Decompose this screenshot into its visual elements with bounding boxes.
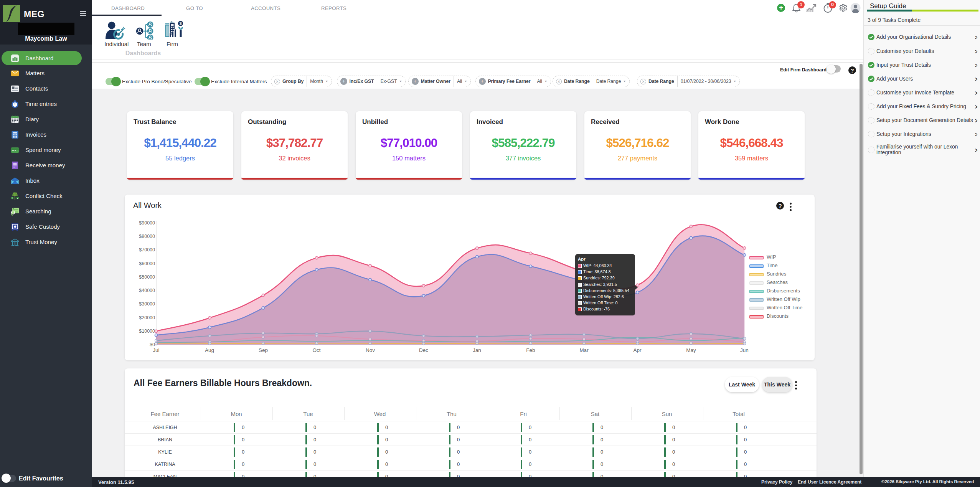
svg-text:$80000: $80000 — [139, 234, 155, 239]
svg-text:Sep: Sep — [259, 347, 268, 353]
svg-text:$40000: $40000 — [139, 288, 155, 293]
svg-text:$10000: $10000 — [139, 329, 155, 334]
svg-text:$70000: $70000 — [139, 247, 155, 253]
svg-text:$: $ — [180, 21, 182, 26]
svg-text:Feb: Feb — [526, 347, 535, 353]
svg-text:Mar: Mar — [579, 347, 589, 353]
svg-text:$20000: $20000 — [139, 315, 155, 320]
svg-text:$50000: $50000 — [139, 274, 155, 280]
svg-text:Jan: Jan — [473, 347, 481, 353]
svg-text:$0: $0 — [150, 342, 155, 347]
svg-text:Jun: Jun — [740, 347, 749, 353]
svg-text:$60000: $60000 — [139, 261, 155, 266]
svg-text:Jul: Jul — [153, 347, 159, 353]
svg-text:Aug: Aug — [205, 347, 214, 353]
svg-text:Dec: Dec — [419, 347, 428, 353]
svg-text:May: May — [686, 347, 696, 353]
svg-text:$30000: $30000 — [139, 301, 155, 307]
svg-text:Nov: Nov — [366, 347, 375, 353]
svg-text:Oct: Oct — [312, 347, 320, 353]
svg-text:$90000: $90000 — [139, 220, 155, 226]
svg-text:Apr: Apr — [633, 347, 642, 353]
